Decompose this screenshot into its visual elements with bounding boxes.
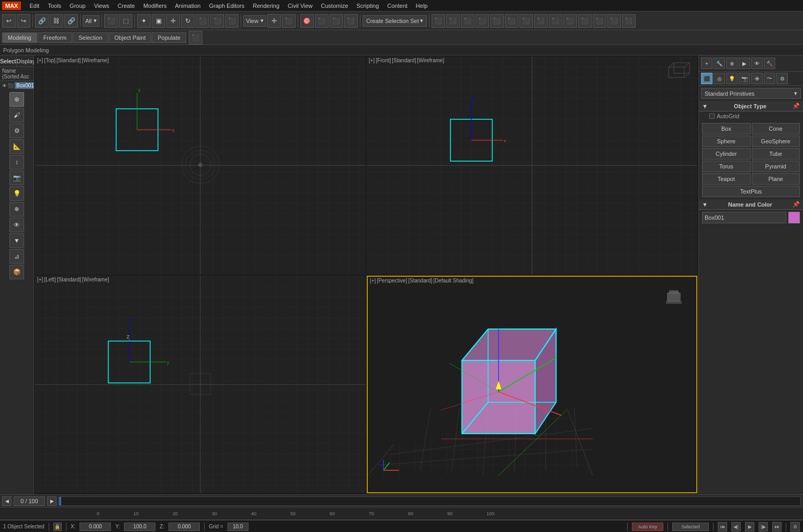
graph-btn6[interactable]: ⬛ xyxy=(505,14,518,28)
menu-create[interactable]: Create xyxy=(114,2,139,10)
coord-button[interactable]: 🎯 xyxy=(300,14,314,28)
left-wire-label[interactable]: [Wireframe] xyxy=(82,277,109,282)
object-name-input[interactable] xyxy=(702,212,786,223)
top-view-label[interactable]: [Top] xyxy=(44,58,55,63)
reference-button[interactable]: ⬛ xyxy=(225,14,239,28)
select-tool-button[interactable]: ⊕ xyxy=(9,92,24,107)
menu-customize[interactable]: Customize xyxy=(317,2,353,10)
viewport-left[interactable]: [+] [Left] [Standard] [Wireframe] xyxy=(35,276,366,494)
viewport-perspective[interactable]: [+] [Perspective] [Standard] [Default Sh… xyxy=(367,276,697,494)
systems-icon-btn[interactable]: ⚙ xyxy=(776,73,788,84)
display-tab[interactable]: Display xyxy=(17,55,36,66)
spacewarp-icon-btn[interactable]: 〜 xyxy=(764,73,775,84)
persp-standard-label[interactable]: [Standard] xyxy=(408,278,432,284)
color-swatch[interactable] xyxy=(788,212,800,223)
snow-tool-button[interactable]: ❄ xyxy=(9,202,24,217)
transform-tool-button[interactable]: ↕ xyxy=(9,155,24,169)
object-type-header[interactable]: ▼ Object Type 📌 xyxy=(699,101,803,111)
undo-button[interactable]: ↩ xyxy=(2,14,16,28)
create-selection-button[interactable]: Create Selection Set ▾ xyxy=(363,15,427,27)
time-config-btn[interactable]: ⚙ xyxy=(790,522,800,531)
menu-edit[interactable]: Edit xyxy=(25,2,43,10)
eye-tool-button[interactable]: 👁 xyxy=(9,218,24,232)
menu-rendering[interactable]: Rendering xyxy=(248,2,284,10)
tab-populate[interactable]: Populate xyxy=(152,32,186,43)
graph-btn2[interactable]: ⬛ xyxy=(446,14,460,28)
menu-content[interactable]: Content xyxy=(383,2,412,10)
unlink-button[interactable]: ⛓ xyxy=(50,14,63,28)
play-btn[interactable]: ▶ xyxy=(745,522,754,531)
autogrid-checkbox-label[interactable]: AutoGrid xyxy=(709,113,739,119)
view-gizmo[interactable] xyxy=(655,281,692,319)
top-standard-label[interactable]: [Standard] xyxy=(56,58,81,63)
motion-icon-btn[interactable]: ▶ xyxy=(739,58,750,69)
prev-frame-btn[interactable]: ◀ xyxy=(2,496,12,506)
move-button[interactable]: ✛ xyxy=(166,14,180,28)
z-input[interactable] xyxy=(168,523,200,531)
lock-button[interactable]: 🔒 xyxy=(53,523,62,531)
menu-group[interactable]: Group xyxy=(65,2,90,10)
filter-dropdown[interactable]: All ▾ xyxy=(83,15,99,27)
prev-key-btn[interactable]: ◀| xyxy=(731,522,741,531)
scale2-button[interactable]: ⬛ xyxy=(210,14,224,28)
view-dropdown[interactable]: View ▾ xyxy=(243,15,266,27)
graph-btn10[interactable]: ⬛ xyxy=(563,14,577,28)
graph-btn9[interactable]: ⬛ xyxy=(549,14,562,28)
tab-freeform[interactable]: Freeform xyxy=(38,32,73,43)
go-to-end-btn[interactable]: ⏭ xyxy=(772,522,782,531)
x-input[interactable] xyxy=(80,523,111,531)
mirror-button[interactable]: ⬛ xyxy=(315,14,329,28)
persp-view-label[interactable]: [Perspective] xyxy=(377,278,407,284)
light-icon-btn[interactable]: 💡 xyxy=(726,73,738,84)
graph-btn12[interactable]: ⬛ xyxy=(593,14,606,28)
paint-tool-button[interactable]: 🖌 xyxy=(9,108,24,122)
app-logo[interactable]: MAX xyxy=(2,2,21,10)
graph-btn13[interactable]: ⬛ xyxy=(607,14,621,28)
front-plus-icon[interactable]: [+] xyxy=(369,58,375,63)
textplus-btn[interactable]: TextPlus xyxy=(702,186,800,197)
display-icon-btn[interactable]: 👁 xyxy=(751,58,763,69)
graph-btn4[interactable]: ⬛ xyxy=(476,14,489,28)
top-wire-label[interactable]: [Wireframe] xyxy=(82,58,109,63)
camera-tool-button[interactable]: 📷 xyxy=(9,171,24,185)
box-tool-button[interactable]: 📦 xyxy=(9,265,24,279)
select-tab[interactable]: Select xyxy=(0,55,17,66)
tube-btn[interactable]: Tube xyxy=(752,148,800,160)
autokey-button[interactable]: Auto Key xyxy=(632,523,663,531)
next-frame-btn[interactable]: ▶ xyxy=(47,496,56,506)
camera-icon-btn[interactable]: 📷 xyxy=(739,73,750,84)
timeline-track[interactable] xyxy=(59,496,801,506)
select-region2-button[interactable]: ▣ xyxy=(152,14,165,28)
cylinder-btn[interactable]: Cylinder xyxy=(702,148,751,160)
scale-button[interactable]: ⬛ xyxy=(196,14,209,28)
menu-graph-editors[interactable]: Graph Editors xyxy=(205,2,248,10)
menu-scripting[interactable]: Scripting xyxy=(353,2,383,10)
name-color-header[interactable]: ▼ Name and Color 📌 xyxy=(699,199,803,210)
teapot-btn[interactable]: Teapot xyxy=(702,173,751,185)
graph-btn3[interactable]: ⬛ xyxy=(461,14,474,28)
go-to-start-btn[interactable]: ⏮ xyxy=(718,522,727,531)
snap2-button[interactable]: ⬛ xyxy=(282,14,296,28)
select-link-button[interactable]: 🔗 xyxy=(35,14,49,28)
next-key-btn[interactable]: |▶ xyxy=(759,522,768,531)
graph-btn5[interactable]: ⬛ xyxy=(490,14,504,28)
tab-modeling[interactable]: Modeling xyxy=(2,32,37,43)
tab-object-paint[interactable]: Object Paint xyxy=(109,32,152,43)
cone-btn[interactable]: Cone xyxy=(752,123,800,134)
nav-gizmo-left[interactable] xyxy=(185,368,216,401)
graph-btn8[interactable]: ⬛ xyxy=(534,14,548,28)
settings-tool-button[interactable]: ⚙ xyxy=(9,123,24,138)
graph-btn7[interactable]: ⬛ xyxy=(519,14,533,28)
top-plus-icon[interactable]: [+] xyxy=(37,58,43,63)
autogrid-checkbox[interactable] xyxy=(709,114,715,119)
tab-selection[interactable]: Selection xyxy=(73,32,108,43)
front-standard-label[interactable]: [Standard] xyxy=(392,58,416,63)
select-obj-button[interactable]: ✦ xyxy=(137,14,151,28)
graph-btn11[interactable]: ⬛ xyxy=(578,14,592,28)
graph-btn14[interactable]: ⬛ xyxy=(622,14,636,28)
helper-icon-btn[interactable]: ✙ xyxy=(751,73,763,84)
sphere-btn[interactable]: Sphere xyxy=(702,135,751,147)
selected-label-btn[interactable]: Selected xyxy=(672,523,709,531)
geosphere-btn[interactable]: GeoSphere xyxy=(752,135,800,147)
snap-button[interactable]: ✛ xyxy=(267,14,281,28)
